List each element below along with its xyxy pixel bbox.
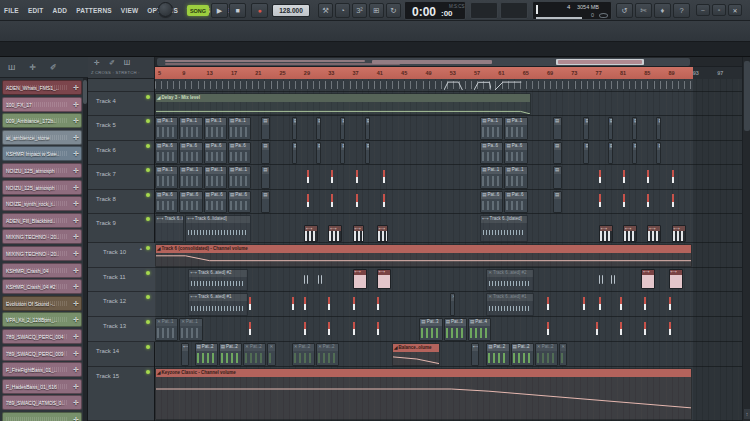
- mini-pattern-clip[interactable]: ▤: [292, 117, 297, 140]
- track-name[interactable]: Track 15: [96, 373, 119, 379]
- audio-spike-clip[interactable]: [669, 296, 671, 313]
- drag-handle-icon[interactable]: ✛: [73, 316, 79, 324]
- pattern-clip[interactable]: ▤Pa..6: [179, 142, 202, 164]
- menu-item-patterns[interactable]: PATTERNS: [76, 7, 112, 14]
- audio-spike-clip[interactable]: [353, 321, 355, 338]
- picker-item[interactable]: KSHMR_Crash_04✛: [2, 263, 82, 278]
- song-mode-switch[interactable]: SONG: [187, 5, 209, 16]
- loop-recording-icon[interactable]: ↻: [386, 3, 401, 18]
- stretch-toggle-icon[interactable]: ◦: [138, 70, 140, 75]
- stretch-toggles[interactable]: Z CROSS ◦ STRETCH ◦: [91, 70, 140, 75]
- audio-clip[interactable]: ⟷Track 6..lidated]: [185, 215, 251, 242]
- drag-handle-icon[interactable]: ✛: [73, 184, 79, 192]
- audio-spike-clip[interactable]: [599, 169, 601, 186]
- mini-pattern-clip[interactable]: ▤: [656, 117, 661, 140]
- drag-handle-icon[interactable]: ✛: [73, 250, 79, 258]
- mini-pattern-clip[interactable]: ▤: [261, 142, 270, 164]
- picker-item[interactable]: 100_FX_17✛: [2, 97, 82, 112]
- drag-handle-icon[interactable]: ✛: [73, 150, 79, 158]
- track-lane[interactable]: [155, 79, 742, 92]
- time-display[interactable]: 0:00 :00 M:S:CS: [404, 1, 466, 20]
- audio-clip-muted[interactable]: ✕Track 6..ated] #2: [486, 269, 534, 291]
- mini-pattern-clip[interactable]: ▤: [553, 191, 562, 213]
- pattern-clip[interactable]: ▤Pat..2: [486, 343, 509, 366]
- audio-spike-clip[interactable]: [547, 296, 549, 313]
- audio-spike-clip[interactable]: [672, 169, 674, 186]
- audio-spike-clip[interactable]: [356, 193, 358, 209]
- audio-clip-muted[interactable]: ✕Track 6..ated] #1: [486, 293, 534, 316]
- picker-scrollbar[interactable]: [83, 78, 87, 421]
- audio-spike-clip[interactable]: [669, 321, 671, 338]
- audio-spike-clip[interactable]: [583, 296, 585, 313]
- mini-pattern-clip[interactable]: ▤: [316, 142, 321, 164]
- play-button[interactable]: ▶: [211, 3, 228, 18]
- mini-pattern-clip[interactable]: ▤: [340, 117, 345, 140]
- pattern-clip[interactable]: ▤Pa..1: [504, 117, 527, 140]
- audio-spike-clip[interactable]: [249, 296, 251, 313]
- track-name[interactable]: Track 4: [96, 98, 116, 104]
- track-mute-led[interactable]: [146, 370, 150, 374]
- drag-handle-icon[interactable]: ✛: [73, 217, 79, 225]
- track-mute-led[interactable]: [146, 144, 150, 148]
- track-name[interactable]: Track 8: [96, 196, 116, 202]
- track-name[interactable]: Track 5: [96, 122, 116, 128]
- pattern-clip[interactable]: ▤Pa..6: [480, 142, 503, 164]
- audio-clip[interactable]: ⟷Track 6..idated]: [155, 215, 184, 242]
- mini-pattern-clip[interactable]: ▤: [261, 191, 270, 213]
- audio-spike-clip[interactable]: [599, 193, 601, 209]
- track-lane[interactable]: ◢Track 6 (consolidated) - Channel volume: [155, 243, 742, 268]
- pink-audio-clip[interactable]: ⟷: [353, 269, 367, 289]
- help-icon[interactable]: ?: [673, 3, 690, 18]
- resize-grip-icon[interactable]: ↕: [744, 409, 750, 419]
- track-name[interactable]: Track 13: [103, 323, 126, 329]
- audio-spike-clip[interactable]: [644, 321, 646, 338]
- pattern-clip[interactable]: ▤Pat..3: [444, 318, 467, 341]
- mini-pattern-clip[interactable]: ▤: [656, 142, 661, 164]
- drag-handle-icon[interactable]: ✛: [73, 366, 79, 374]
- track-name-cell[interactable]: Track 10▴: [88, 243, 155, 268]
- pattern-clip[interactable]: ▤Pa..1: [179, 117, 202, 140]
- pattern-clip[interactable]: ▤Pat..3: [419, 318, 442, 341]
- menu-item-view[interactable]: VIEW: [121, 7, 138, 14]
- audio-spike-clip[interactable]: [328, 321, 330, 338]
- track-lane[interactable]: ▤Pa..1▤Pa..1▤Pa..1▤Pa..1▤▤▤▤▤▤Pa..1▤Pa..…: [155, 116, 742, 141]
- picker-item[interactable]: at_ambience_stone✛: [2, 130, 82, 145]
- track-mute-led[interactable]: [146, 217, 150, 221]
- track-lane[interactable]: ▤Pa..6▤Pa..6▤Pa..6▤Pa..6▤▤▤▤▤▤Pa..6▤Pa..…: [155, 141, 742, 165]
- countdown-icon[interactable]: 3²: [352, 3, 367, 18]
- audio-spike-clip[interactable]: [644, 296, 646, 313]
- pattern-clip[interactable]: ▤Pa..1: [480, 117, 503, 140]
- picker-item[interactable]: ADEN_Fill_Blackbird..✛: [2, 213, 82, 228]
- pattern-clip[interactable]: ▤Pat..6: [179, 191, 202, 213]
- mini-pattern-clip[interactable]: ▤: [583, 142, 588, 164]
- pattern-clip[interactable]: ▤Pat..1: [179, 166, 202, 189]
- pattern-clip[interactable]: ▤Pat..1: [204, 166, 227, 189]
- pattern-clip[interactable]: ▤Pa..6: [155, 191, 178, 213]
- track-name[interactable]: Track 14: [96, 348, 119, 354]
- audio-spike-clip[interactable]: [356, 169, 358, 186]
- track-name[interactable]: Track 6: [96, 147, 116, 153]
- drag-handle-icon[interactable]: ✛: [73, 233, 79, 241]
- automation-clip-red[interactable]: ◢Keyzone Classic - Channel volume: [155, 368, 692, 420]
- pattern-clip-muted[interactable]: ✕Pat..2: [535, 343, 558, 366]
- wait-for-input-icon[interactable]: ◔: [335, 3, 350, 18]
- audio-spike-clip[interactable]: [304, 296, 306, 313]
- audio-spike-clip[interactable]: [292, 296, 294, 313]
- audio-burst-clip[interactable]: ⟷: [353, 225, 364, 242]
- playlist-timeline-ruler[interactable]: 5913172125293337414549535761656973778185…: [155, 67, 742, 79]
- mini-pattern-clip[interactable]: ▤: [583, 117, 588, 140]
- mini-pattern-clip[interactable]: ▤: [553, 117, 562, 140]
- audio-spike-clip[interactable]: [620, 296, 622, 313]
- track-lane[interactable]: ⟷Track 6..ated] #2⟷⟷✕Track 6..ated] #2⟷⟷: [155, 268, 742, 292]
- pink-audio-clip[interactable]: ⟷: [641, 269, 655, 289]
- drag-handle-icon[interactable]: ✛: [73, 167, 79, 175]
- audio-spike-clip[interactable]: [647, 169, 649, 186]
- pattern-clip[interactable]: ▤Pat..6: [480, 191, 503, 213]
- audio-clip[interactable]: ⟷Track 6..ated] #2: [188, 269, 248, 291]
- main-volume-knob[interactable]: [158, 2, 173, 17]
- close-button[interactable]: ✕: [728, 4, 742, 16]
- track-name-cell[interactable]: Track 4: [88, 92, 155, 116]
- move-icon[interactable]: ✛: [29, 63, 36, 72]
- mic-icon[interactable]: ♦: [654, 3, 671, 18]
- picker-item[interactable]: MIXING TECHNO - 20..✛: [2, 246, 82, 261]
